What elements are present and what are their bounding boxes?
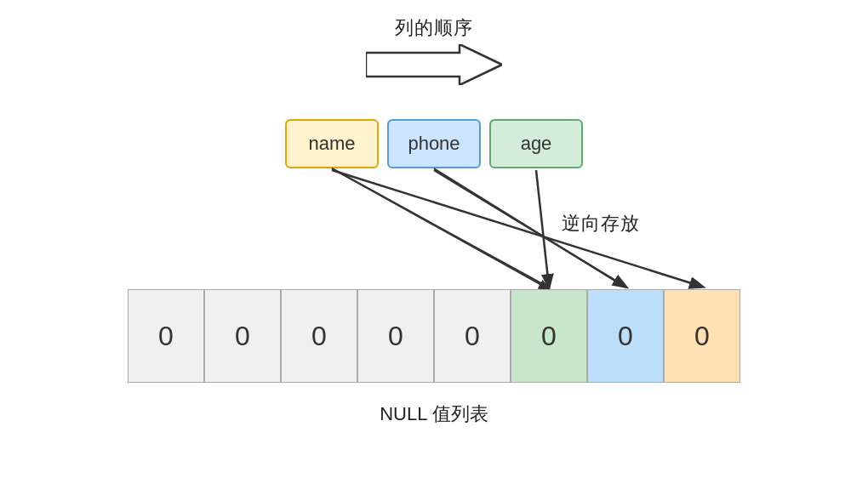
svg-line-1 bbox=[332, 168, 549, 289]
cell-4: 0 bbox=[434, 289, 511, 383]
col-phone-box: phone bbox=[387, 119, 481, 168]
cell-5-green: 0 bbox=[511, 289, 587, 383]
reverse-label: 逆向存放 bbox=[562, 211, 640, 236]
svg-marker-0 bbox=[366, 44, 502, 85]
svg-line-4 bbox=[536, 170, 549, 287]
arrow-shape bbox=[366, 44, 502, 85]
cell-6-blue: 0 bbox=[587, 289, 664, 383]
cell-0: 0 bbox=[128, 289, 204, 383]
cells-row: 0 0 0 0 0 0 0 0 bbox=[128, 289, 740, 383]
svg-line-6 bbox=[332, 170, 702, 287]
caption: NULL 值列表 bbox=[128, 401, 740, 427]
arrow-label: 列的顺序 bbox=[395, 15, 473, 41]
cell-2: 0 bbox=[281, 289, 357, 383]
cell-7-orange: 0 bbox=[664, 289, 740, 383]
col-age-box: age bbox=[489, 119, 583, 168]
arrow-section: 列的顺序 bbox=[366, 15, 502, 85]
cell-3: 0 bbox=[357, 289, 434, 383]
cell-1: 0 bbox=[204, 289, 281, 383]
columns-row: name phone age bbox=[285, 119, 583, 168]
col-name-box: name bbox=[285, 119, 379, 168]
svg-line-2 bbox=[332, 168, 549, 287]
main-container: 列的顺序 name phone age 逆向存放 bbox=[0, 0, 868, 495]
